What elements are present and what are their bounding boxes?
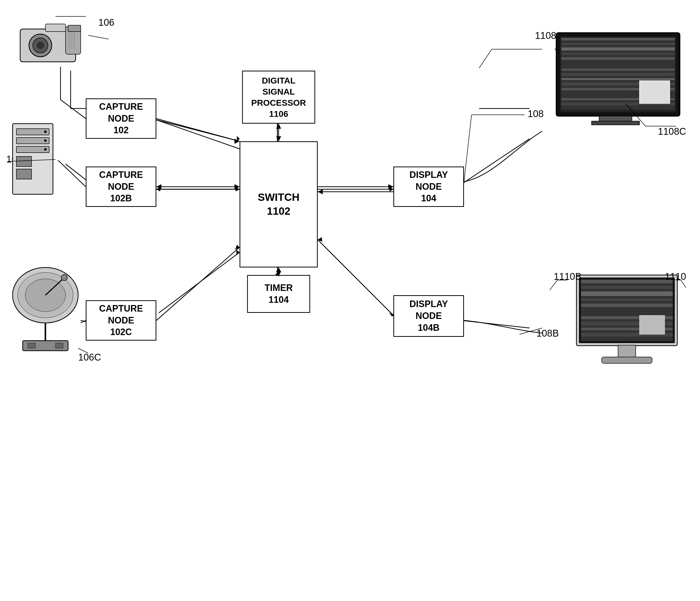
ref-1108c-label: 1108C	[658, 126, 686, 137]
camera-icon	[15, 14, 91, 69]
svg-rect-90	[602, 357, 652, 363]
svg-rect-78	[581, 280, 673, 283]
svg-line-112	[318, 240, 393, 315]
svg-rect-66	[561, 78, 675, 80]
ref-108b-label: 108B	[536, 328, 559, 339]
svg-marker-113	[389, 312, 393, 317]
svg-point-43	[44, 130, 47, 133]
ref-106c-label: 106C	[78, 352, 101, 363]
digital-signal-processor: DIGITAL SIGNAL PROCESSOR 1106	[242, 71, 315, 124]
svg-rect-58	[561, 38, 675, 40]
svg-rect-54	[55, 343, 63, 348]
svg-line-126	[88, 35, 108, 39]
svg-rect-82	[581, 304, 673, 307]
svg-rect-60	[561, 47, 675, 50]
svg-line-9	[159, 252, 240, 313]
svg-marker-5	[236, 187, 240, 191]
svg-marker-10	[236, 250, 240, 254]
svg-point-45	[44, 148, 47, 151]
svg-marker-111	[318, 189, 323, 194]
svg-point-29	[36, 42, 44, 49]
svg-rect-72	[640, 81, 670, 103]
svg-marker-2	[237, 136, 240, 141]
display-node-104: DISPLAY NODE 104	[393, 167, 464, 207]
svg-line-92	[60, 100, 86, 119]
diagram-container: 106 106B 106C CAPTURE N	[0, 0, 700, 601]
switch-1102: SWITCH 1102	[240, 141, 318, 267]
ref-108-label: 108	[528, 109, 544, 119]
svg-rect-63	[561, 62, 675, 66]
svg-marker-114	[318, 237, 322, 242]
svg-rect-30	[45, 24, 66, 31]
svg-marker-7	[156, 187, 160, 191]
ref-1110-label: 1110	[665, 271, 686, 282]
svg-marker-109	[388, 184, 393, 189]
svg-line-20	[461, 139, 529, 184]
svg-rect-88	[640, 315, 665, 334]
capture-node-102c: CAPTURE NODE 102C	[86, 300, 156, 341]
display-node-104b: DISPLAY NODE 104B	[393, 295, 464, 337]
svg-rect-74	[592, 121, 640, 125]
svg-marker-107	[276, 267, 281, 272]
svg-rect-61	[561, 53, 675, 55]
ref-1108-label: 1108	[535, 30, 556, 41]
svg-marker-101	[235, 245, 240, 250]
ref-106-label: 106	[98, 17, 114, 28]
svg-rect-41	[17, 157, 31, 167]
svg-marker-98	[156, 184, 161, 189]
svg-line-3	[66, 164, 88, 182]
svg-line-93	[156, 119, 240, 141]
svg-line-118	[464, 115, 472, 182]
svg-marker-104	[276, 136, 281, 141]
svg-rect-42	[17, 169, 31, 179]
svg-rect-59	[561, 43, 675, 45]
svg-marker-94	[234, 139, 240, 144]
timer-1104: TIMER 1104	[247, 275, 310, 313]
svg-marker-97	[234, 184, 240, 189]
ref-1110b-label: 1110B	[554, 271, 581, 282]
computer-monitor	[571, 272, 688, 374]
svg-marker-103	[276, 124, 281, 129]
capture-node-102: CAPTURE NODE 102	[86, 98, 156, 139]
svg-rect-83	[581, 310, 673, 314]
svg-line-1	[156, 120, 240, 149]
svg-rect-79	[581, 286, 673, 289]
svg-line-21	[318, 240, 393, 315]
svg-marker-19	[390, 187, 393, 191]
svg-point-44	[44, 139, 47, 142]
svg-line-100	[156, 247, 240, 320]
server-icon	[7, 121, 63, 199]
svg-rect-62	[561, 57, 675, 60]
capture-node-102b: CAPTURE NODE 102B	[86, 167, 156, 207]
svg-rect-89	[618, 345, 636, 358]
svg-point-50	[61, 274, 67, 281]
svg-rect-65	[561, 73, 675, 76]
svg-rect-53	[28, 343, 35, 348]
svg-line-116	[479, 49, 492, 68]
tv-monitor	[554, 30, 685, 131]
svg-rect-73	[599, 116, 632, 121]
svg-rect-64	[561, 69, 675, 71]
svg-rect-35	[68, 25, 81, 31]
satellite-dish-icon	[7, 265, 88, 356]
svg-line-23	[461, 320, 529, 328]
svg-rect-80	[581, 291, 673, 296]
svg-rect-81	[581, 298, 673, 301]
